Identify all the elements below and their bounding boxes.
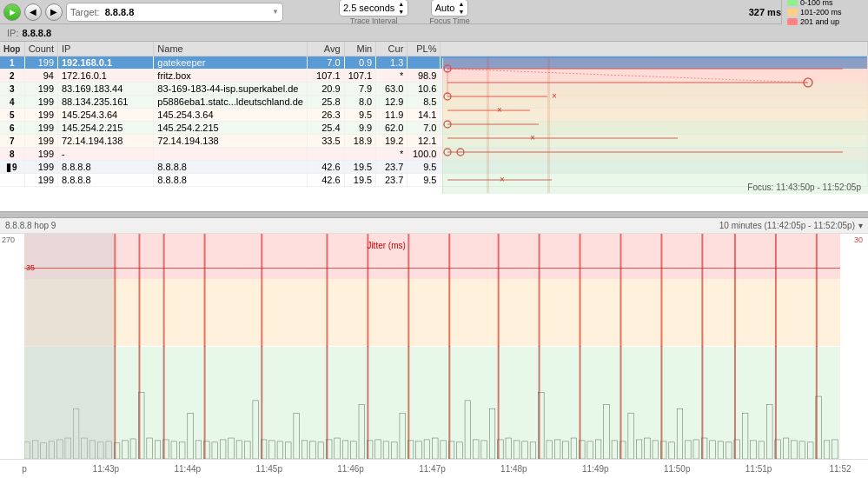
hop-name: 145.254.3.64 xyxy=(154,109,308,122)
focus-value: Auto xyxy=(435,3,455,13)
fwd-button[interactable]: ▶ xyxy=(45,3,63,21)
ip-value: 8.8.8.8 xyxy=(22,28,51,38)
hop-min: 18.9 xyxy=(344,135,376,148)
hop-name: p5886eba1.statc...ldeutschland.de xyxy=(154,96,308,109)
hop-ip: 145.254.3.64 xyxy=(58,109,154,122)
x-axis-label: 11:48p xyxy=(500,464,527,474)
hop-min: 8.0 xyxy=(344,96,376,109)
legend: 0-100 ms 101-200 ms 201 and up xyxy=(781,0,868,24)
hop-name: 8.8.8.8 xyxy=(154,174,308,187)
col-hop: Hop xyxy=(0,42,24,56)
hop-min: 0.9 xyxy=(344,56,376,70)
chart-inner: Jitter (ms) 35 xyxy=(24,234,840,459)
hop-name xyxy=(154,148,308,161)
hop-avg xyxy=(308,148,344,161)
hop-pl: 14.1 xyxy=(407,109,441,122)
y-axis-right: 30 xyxy=(840,234,865,459)
hop-avg: 42.6 xyxy=(308,161,344,174)
hop-avg: 25.4 xyxy=(308,122,344,135)
hop-cur: 19.2 xyxy=(376,135,407,148)
stepper-down-icon[interactable]: ▼ xyxy=(398,8,404,16)
hop-name: 83-169-183-44-isp.superkabel.de xyxy=(154,83,308,96)
hop-ip: 145.254.2.215 xyxy=(58,122,154,135)
y-label-top: 270 xyxy=(2,236,23,244)
hop-pl: 9.5 xyxy=(407,174,441,187)
chart-time-range: 10 minutes (11:42:05p - 11:52:05p) ▾ xyxy=(719,221,863,230)
hop-num-cell: ▋9 xyxy=(0,161,24,174)
hop-num-cell: 6 xyxy=(0,122,24,135)
col-pl: PL% xyxy=(407,42,441,56)
hop-ip: 192.168.0.1 xyxy=(58,56,154,70)
ms-value: 327 ms xyxy=(749,7,781,17)
hop-ip: 88.134.235.161 xyxy=(58,96,154,109)
hop-cur: 23.7 xyxy=(376,174,407,187)
interval-group: 2.5 seconds ▲ ▼ Trace Interval xyxy=(339,0,408,25)
focus-stepper-up-icon[interactable]: ▲ xyxy=(458,0,464,8)
legend-red-icon xyxy=(787,18,798,25)
hop-avg: 107.1 xyxy=(308,70,344,83)
hop-ip: 8.8.8.8 xyxy=(58,174,154,187)
ip-label: IP: xyxy=(7,28,18,38)
x-axis: p11:43p11:44p11:45p11:46p11:47p11:48p11:… xyxy=(0,459,868,478)
x-axis-label: 11:52 xyxy=(829,464,851,474)
focus-select[interactable]: Auto ▲ ▼ xyxy=(431,0,469,17)
x-axis-label: 11:43p xyxy=(93,464,120,474)
right-chart: × × × × Focus: 11:43:50p xyxy=(442,58,868,194)
hop-count: 199 xyxy=(24,109,57,122)
hop-min: 107.1 xyxy=(344,70,376,83)
legend-item-orange: 101-200 ms xyxy=(787,8,863,17)
hop-count: 199 xyxy=(24,122,57,135)
x-axis-label: 11:47p xyxy=(419,464,446,474)
col-min: Min xyxy=(344,42,376,56)
hop-name: fritz.box xyxy=(154,70,308,83)
y-axis-left: 270 xyxy=(0,234,24,459)
hop-pl: 8.5 xyxy=(407,96,441,109)
interval-select[interactable]: 2.5 seconds ▲ ▼ xyxy=(339,0,408,17)
hop-avg: 26.3 xyxy=(308,109,344,122)
hop-ip: 8.8.8.8 xyxy=(58,161,154,174)
hop-avg: 25.8 xyxy=(308,96,344,109)
hop-ip: 72.14.194.138 xyxy=(58,135,154,148)
hop-min: 7.9 xyxy=(344,83,376,96)
hop-num-cell xyxy=(0,174,24,187)
hop-pl: 12.1 xyxy=(407,135,441,148)
divider xyxy=(0,211,868,218)
hop-count: 199 xyxy=(24,148,57,161)
focus-stepper[interactable]: ▲ ▼ xyxy=(458,0,464,16)
stepper-up-icon[interactable]: ▲ xyxy=(398,0,404,8)
target-group: Target: 8.8.8.8 ▼ xyxy=(66,3,283,22)
chart-title: 8.8.8.8 hop 9 xyxy=(5,221,56,230)
chart-time-range-text: 10 minutes (11:42:05p - 11:52:05p) xyxy=(719,221,855,230)
x-axis-label: 11:44p xyxy=(175,464,202,474)
legend-green-label: 0-100 ms xyxy=(800,0,833,7)
play-button[interactable]: ▶ xyxy=(3,3,21,21)
ms-display: 327 ms xyxy=(749,0,781,24)
legend-orange-label: 101-200 ms xyxy=(800,8,842,17)
hop-pl: 7.0 xyxy=(407,122,441,135)
legend-orange-icon xyxy=(787,9,798,16)
interval-value: 2.5 seconds xyxy=(343,3,394,13)
table-section: Hop Count IP Name Avg Min Cur PL% 1 199 … xyxy=(0,42,868,211)
back-button[interactable]: ◀ xyxy=(24,3,42,21)
target-label: Target: xyxy=(70,7,100,17)
hop-cur: * xyxy=(376,148,407,161)
x-axis-label: 11:45p xyxy=(255,464,282,474)
hop-name: gatekeeper xyxy=(154,56,308,70)
x-axis-label: 11:50p xyxy=(664,464,691,474)
time-range-dropdown-icon[interactable]: ▾ xyxy=(858,221,863,230)
col-name: Name xyxy=(154,42,308,56)
focus-display: Focus: 11:43:50p - 11:52:05p xyxy=(747,181,865,192)
hop-cur: 11.9 xyxy=(376,109,407,122)
hop-pl xyxy=(407,56,441,70)
hop-num-cell: 2 xyxy=(0,70,24,83)
hop-min: 9.9 xyxy=(344,122,376,135)
hop-count: 199 xyxy=(24,174,57,187)
hop-count: 199 xyxy=(24,161,57,174)
focus-stepper-down-icon[interactable]: ▼ xyxy=(458,8,464,16)
interval-stepper[interactable]: ▲ ▼ xyxy=(398,0,404,16)
col-count: Count xyxy=(24,42,57,56)
bar-chart-container xyxy=(24,234,840,459)
hop-min: 9.5 xyxy=(344,109,376,122)
dropdown-arrow-icon[interactable]: ▼ xyxy=(272,8,279,16)
hop-pl: 98.9 xyxy=(407,70,441,83)
